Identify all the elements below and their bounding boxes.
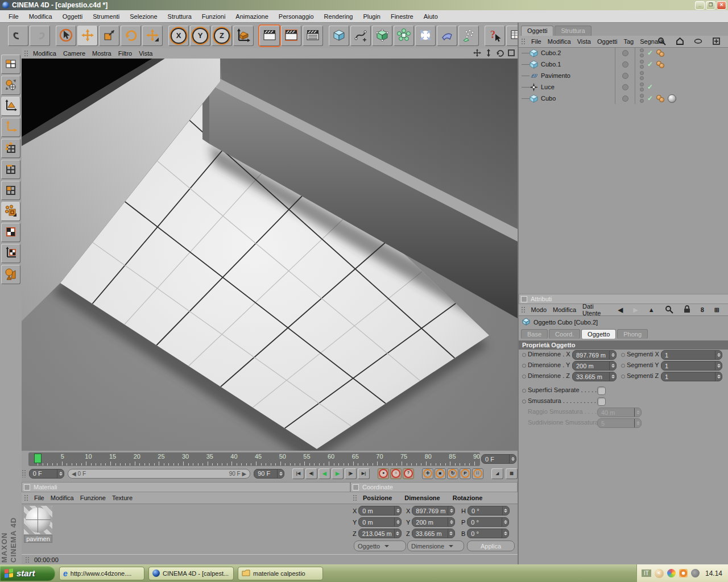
rotate-view-button[interactable] <box>496 49 504 58</box>
key-parameter-button[interactable]: P <box>460 468 471 479</box>
rotate-button[interactable] <box>121 26 141 46</box>
enabled-check-icon[interactable]: ✓ <box>647 83 653 91</box>
timeline-ruler[interactable]: 051015202530354045505560657075808590 <box>28 452 480 466</box>
menu-strumenti[interactable]: Strumenti <box>88 11 125 22</box>
object-row-pavimento[interactable]: Pavimento <box>519 70 728 81</box>
animation-mode-button[interactable] <box>1 244 20 263</box>
grip-handle[interactable] <box>25 556 30 563</box>
texture-tag-icon[interactable] <box>656 49 664 56</box>
menu-aiuto[interactable]: Aiuto <box>419 11 443 22</box>
om-menu-tag[interactable]: Tag <box>623 38 640 45</box>
taskbar-task[interactable]: ehttp://www.c4dzone.... <box>59 567 144 580</box>
taskbar-task[interactable]: CINEMA 4D - [calpest... <box>148 567 234 580</box>
dimension-z-field[interactable]: 33.665 m <box>412 529 455 538</box>
make-editable-button[interactable] <box>1 55 20 74</box>
material-tag-icon[interactable] <box>668 94 676 103</box>
visibility-dots[interactable] <box>640 60 644 69</box>
polygons-mode-button[interactable] <box>1 181 20 200</box>
add-primitive-button[interactable] <box>329 26 349 46</box>
object-axis-mode-button[interactable] <box>1 118 20 137</box>
record-keyframe-button[interactable]: ● <box>378 468 389 479</box>
dimension-x-field[interactable]: 897.769 m <box>412 506 455 516</box>
grip-handle[interactable] <box>521 306 526 314</box>
menu-modifica[interactable]: Modifica <box>24 11 57 22</box>
checkbox-smussatura[interactable] <box>597 397 606 406</box>
materials-menu-funzione[interactable]: Funzione <box>80 494 112 501</box>
prop-field-segmentix[interactable]: 1 <box>661 350 722 360</box>
current-frame-field[interactable]: 0 F <box>29 469 64 479</box>
edges-mode-button[interactable] <box>1 160 20 179</box>
key-scale-button[interactable]: ■ <box>435 468 446 479</box>
add-spline-button[interactable] <box>350 26 371 46</box>
forward-button[interactable]: ▶ <box>633 306 644 314</box>
render-view-button[interactable] <box>259 26 280 46</box>
visibility-dots[interactable] <box>640 48 644 57</box>
key-position-button[interactable]: ✛ <box>422 468 433 479</box>
record-options-button[interactable]: ? <box>403 468 414 479</box>
texture-tag-icon[interactable] <box>656 61 664 68</box>
add-panel-button[interactable] <box>712 37 727 47</box>
position-y-field[interactable]: 0 m <box>358 517 402 527</box>
rotation-p-field[interactable]: 0 ° <box>467 517 509 527</box>
grip-handle[interactable] <box>353 494 357 502</box>
active-tool-button[interactable] <box>142 26 163 46</box>
search-button[interactable] <box>657 37 672 47</box>
minimize-button[interactable]: _ <box>695 1 705 10</box>
close-button[interactable]: ✕ <box>717 1 726 10</box>
render-settings-button[interactable] <box>303 26 323 46</box>
texture-axis-mode-button[interactable] <box>1 223 20 242</box>
menu-oggetti[interactable]: Oggetti <box>57 11 88 22</box>
viewport-menu-filtro[interactable]: Filtro <box>118 50 139 57</box>
viewport-menu-mostra[interactable]: Mostra <box>92 50 118 57</box>
attr-menu-modo[interactable]: Modo <box>531 306 553 313</box>
menu-rendering[interactable]: Rendering <box>319 11 358 22</box>
grip-handle[interactable] <box>24 494 28 502</box>
attr-tab-coord[interactable]: Coord. <box>549 329 580 339</box>
attr-tab-phong[interactable]: Phong <box>617 329 648 339</box>
pan-view-button[interactable] <box>473 49 481 58</box>
restore-button[interactable]: ❐ <box>706 1 715 10</box>
object-row-cubo[interactable]: Cubo✓ <box>519 93 728 104</box>
taskbar-task[interactable]: materiale calpestio <box>238 567 323 580</box>
timeline-playhead[interactable] <box>34 454 42 463</box>
add-panel-button[interactable]: ⊞ <box>714 306 726 314</box>
viewport-canvas[interactable] <box>22 59 518 451</box>
volume-tray-icon[interactable] <box>691 569 700 577</box>
move-button[interactable] <box>77 26 98 46</box>
menu-finestre[interactable]: Finestre <box>386 11 419 22</box>
object-row-cubo-1[interactable]: Cubo.1✓ <box>519 59 728 70</box>
next-key-button[interactable]: |▶ <box>345 468 357 479</box>
coord-size-dropdown[interactable]: Dimensione <box>407 541 464 551</box>
visibility-dots[interactable] <box>640 94 644 103</box>
layer-dot[interactable] <box>622 84 628 90</box>
position-x-field[interactable]: 0 m <box>358 506 402 516</box>
material-item[interactable]: pavimen <box>24 506 52 541</box>
points-mode-button[interactable] <box>1 139 20 158</box>
autokey-button[interactable]: ○ <box>390 468 402 479</box>
grip-handle[interactable] <box>521 38 526 45</box>
viewport-menu-modifica[interactable]: Modifica <box>33 50 63 57</box>
back-button[interactable]: ◀ <box>618 306 629 314</box>
rotation-h-field[interactable]: 0 ° <box>468 506 510 516</box>
home-button[interactable] <box>676 37 690 47</box>
enabled-check-icon[interactable]: ✓ <box>647 49 653 57</box>
materials-menu-texture[interactable]: Texture <box>112 494 139 501</box>
lock-x-button[interactable]: X <box>168 26 189 46</box>
app-tray-icon[interactable] <box>679 569 688 577</box>
help-button[interactable]: ? <box>485 26 505 46</box>
texture-mode-button[interactable] <box>1 202 20 221</box>
redo-button[interactable] <box>30 26 50 46</box>
enabled-check-icon[interactable]: ✓ <box>647 60 653 68</box>
om-menu-modifica[interactable]: Modifica <box>548 38 577 45</box>
use-world-system-button[interactable] <box>1 76 20 95</box>
grip-handle[interactable] <box>22 469 26 477</box>
prop-field-segmentiy[interactable]: 1 <box>661 361 722 371</box>
add-light-button[interactable] <box>415 26 436 46</box>
lock-z-button[interactable]: Z <box>212 26 232 46</box>
live-selection-button[interactable] <box>56 26 76 46</box>
key-pla-button[interactable]: ∷ <box>472 468 483 479</box>
prev-frame-button[interactable]: ◀ <box>318 468 330 479</box>
menu-struttura[interactable]: Struttura <box>163 11 197 22</box>
layer-dot[interactable] <box>622 73 628 79</box>
scale-button[interactable] <box>99 26 119 46</box>
